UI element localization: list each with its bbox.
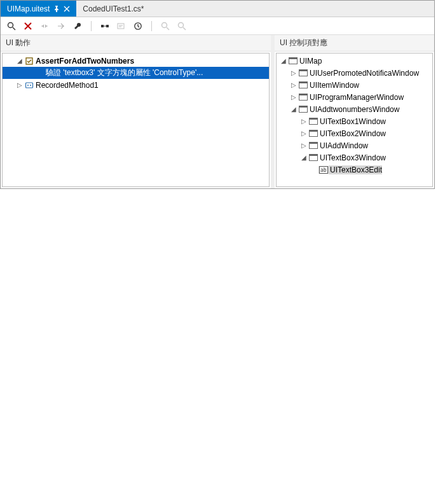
ui-control-map-pane: UI 控制項對應 ◢ UIMap ▷ UIUserPromotedNotific…: [275, 35, 434, 188]
expander-closed-icon[interactable]: ▷: [299, 118, 308, 125]
expander-closed-icon[interactable]: ▷: [299, 130, 308, 137]
tree-node-edit-control[interactable]: ab UITextBox3Edit: [277, 164, 432, 176]
svg-point-5: [162, 22, 167, 27]
expander-closed-icon[interactable]: ▷: [299, 142, 308, 149]
tree-node-assert-step[interactable]: 驗證 'textbox3' 文字方塊的屬性 'ControlType'...: [3, 67, 269, 79]
window-icon: [298, 81, 308, 88]
tree-label: UIAddWindow: [318, 141, 368, 150]
expander-closed-icon[interactable]: ▷: [289, 94, 298, 101]
ui-actions-pane: UI 動作 ◢ AssertForAddTwoNumbers 驗證 'textb…: [1, 35, 275, 188]
svg-point-10: [30, 85, 31, 86]
history-icon[interactable]: [132, 20, 144, 32]
rename-icon[interactable]: [116, 20, 127, 32]
expander-closed-icon[interactable]: ▷: [289, 81, 298, 88]
window-icon: [308, 130, 318, 137]
svg-rect-1: [101, 25, 104, 27]
tree-label: UIProgramManagerWindow: [308, 93, 404, 102]
tab-codeduitest[interactable]: CodedUITest1.cs*: [76, 1, 150, 17]
tree-label: UIAddtwonumbersWindow: [308, 105, 399, 114]
move-icon[interactable]: [55, 20, 67, 32]
split-icon[interactable]: [39, 20, 50, 32]
tree-node-window[interactable]: ▷ UITextBox2Window: [277, 127, 432, 139]
ui-control-map-header: UI 控制項對應: [275, 35, 434, 52]
close-icon[interactable]: [64, 6, 70, 12]
tab-uimap-uitest[interactable]: UIMap.uitest: [1, 1, 76, 17]
expander-closed-icon[interactable]: ▷: [15, 81, 24, 88]
window-icon: [308, 154, 318, 161]
ui-actions-tree[interactable]: ◢ AssertForAddTwoNumbers 驗證 'textbox3' 文…: [2, 53, 270, 187]
tree-node-window[interactable]: ▷ UIUserPromotedNotificaWindow: [277, 67, 432, 79]
window-icon: [308, 142, 318, 149]
svg-point-9: [27, 85, 29, 86]
tree-node-uimap[interactable]: ◢ UIMap: [277, 55, 432, 67]
tree-label: UIItemWindow: [308, 81, 359, 90]
svg-text:ab: ab: [320, 167, 327, 173]
assert-icon: [24, 57, 34, 66]
ui-actions-header: UI 動作: [1, 35, 271, 52]
expander-open-icon[interactable]: ◢: [299, 154, 308, 161]
svg-rect-7: [26, 58, 32, 64]
tree-node-window[interactable]: ▷ UIAddWindow: [277, 139, 432, 151]
tree-label: UITextBox3Edit: [329, 165, 382, 174]
tree-label: UIMap: [298, 57, 322, 66]
toolbar-separator: [151, 21, 152, 31]
tree-node-window[interactable]: ▷ UIProgramManagerWindow: [277, 91, 432, 103]
expander-closed-icon[interactable]: ▷: [289, 69, 298, 76]
insert-step-icon[interactable]: [99, 20, 111, 32]
split-container: UI 動作 ◢ AssertForAddTwoNumbers 驗證 'textb…: [1, 35, 434, 188]
window-icon: [288, 57, 298, 64]
uimap-editor-panel: UIMap.uitest CodedUITest1.cs*: [0, 0, 435, 189]
window-icon: [298, 94, 308, 101]
toolbar-separator: [91, 21, 92, 31]
zoom-out-icon[interactable]: [176, 20, 188, 32]
toolbar: [1, 17, 434, 35]
document-tabs: UIMap.uitest CodedUITest1.cs*: [1, 1, 434, 17]
svg-point-0: [8, 22, 13, 27]
textbox-icon: ab: [318, 166, 329, 174]
zoom-in-icon[interactable]: [160, 20, 171, 32]
ui-control-map-tree[interactable]: ◢ UIMap ▷ UIUserPromotedNotificaWindow ▷…: [276, 53, 433, 187]
wrench-icon[interactable]: [72, 20, 83, 32]
pin-icon[interactable]: [53, 6, 60, 12]
window-icon: [298, 69, 308, 76]
tree-node-window[interactable]: ▷ UIItemWindow: [277, 79, 432, 91]
tree-label: UITextBox1Window: [318, 117, 386, 126]
tree-label: UIUserPromotedNotificaWindow: [308, 69, 419, 78]
svg-rect-3: [118, 24, 124, 29]
delete-icon[interactable]: [22, 20, 34, 32]
svg-rect-2: [106, 25, 109, 27]
tree-label: UITextBox3Window: [318, 153, 386, 162]
tab-label: CodedUITest1.cs*: [83, 4, 144, 13]
tree-label: AssertForAddTwoNumbers: [34, 57, 134, 66]
tree-node-recorded-method[interactable]: ▷ RecordedMethod1: [3, 79, 269, 91]
tree-node-window[interactable]: ◢ UIAddtwonumbersWindow: [277, 103, 432, 115]
svg-rect-8: [26, 83, 33, 88]
tree-node-window[interactable]: ▷ UITextBox1Window: [277, 115, 432, 127]
search-icon[interactable]: [6, 20, 17, 32]
tree-node-assert-root[interactable]: ◢ AssertForAddTwoNumbers: [3, 55, 269, 67]
tree-label: 驗證 'textbox3' 文字方塊的屬性 'ControlType'...: [44, 67, 203, 78]
window-icon: [298, 106, 308, 113]
method-icon: [24, 81, 34, 90]
expander-open-icon[interactable]: ◢: [15, 57, 24, 64]
expander-open-icon[interactable]: ◢: [289, 106, 298, 113]
svg-point-6: [179, 22, 184, 27]
tree-label: UITextBox2Window: [318, 129, 386, 138]
tree-node-window[interactable]: ◢ UITextBox3Window: [277, 151, 432, 164]
window-icon: [308, 118, 318, 125]
expander-open-icon[interactable]: ◢: [279, 57, 288, 64]
tree-label: RecordedMethod1: [34, 81, 99, 90]
tab-label: UIMap.uitest: [7, 4, 50, 13]
